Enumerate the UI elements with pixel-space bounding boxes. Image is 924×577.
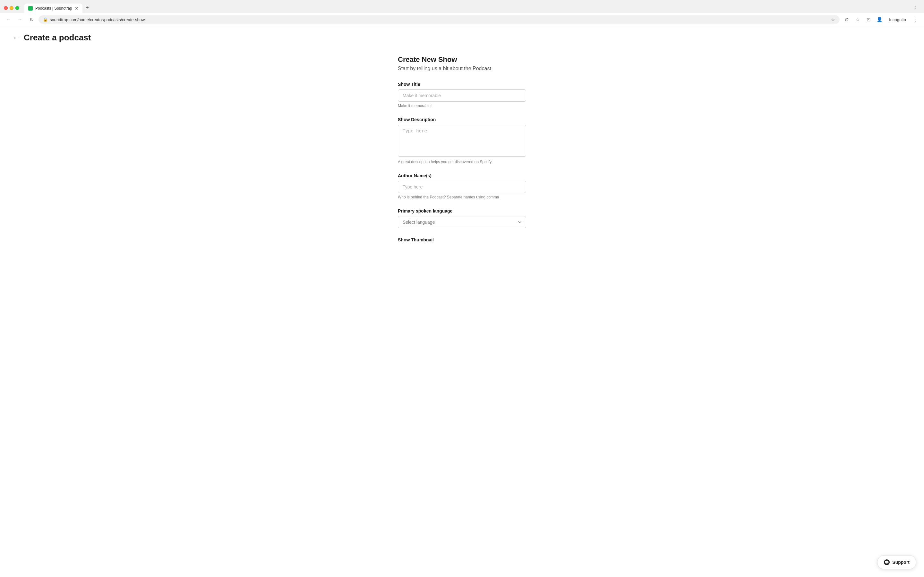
show-title-hint: Make it memorable! xyxy=(398,103,526,108)
support-icon: 💬 xyxy=(884,559,890,565)
chrome-menu-button[interactable]: ⋮ xyxy=(911,15,920,24)
show-title-input[interactable] xyxy=(398,89,526,102)
lock-icon: 🔒 xyxy=(43,17,48,22)
author-names-hint: Who is behind the Podcast? Separate name… xyxy=(398,195,526,199)
tab-close-button[interactable]: ✕ xyxy=(75,6,79,11)
address-bar[interactable]: 🔒 soundtrap.com/home/creator/podcasts/cr… xyxy=(39,15,840,24)
tab-title: Podcasts | Soundtrap xyxy=(35,6,72,11)
show-description-hint: A great description helps you get discov… xyxy=(398,160,526,164)
star-icon[interactable]: ☆ xyxy=(853,15,862,24)
minimize-traffic-light[interactable] xyxy=(10,6,13,10)
primary-language-label: Primary spoken language xyxy=(398,208,526,213)
camera-off-icon[interactable]: ⊘ xyxy=(842,15,851,24)
show-title-label: Show Title xyxy=(398,82,526,87)
form-heading: Create New Show xyxy=(398,55,526,64)
author-names-group: Author Name(s) Who is behind the Podcast… xyxy=(398,173,526,199)
tab-favicon xyxy=(28,6,33,11)
support-label: Support xyxy=(892,560,909,565)
browser-actions: ⊘ ☆ ⊡ 👤 Incognito ⋮ xyxy=(842,15,920,24)
browser-menu-button[interactable]: ⋮ xyxy=(911,3,920,13)
page-content: ← Create a podcast Create New Show Start… xyxy=(0,26,924,258)
page-title: Create a podcast xyxy=(24,33,91,43)
primary-language-group: Primary spoken language Select language … xyxy=(398,208,526,228)
url-text: soundtrap.com/home/creator/podcasts/crea… xyxy=(50,17,829,22)
incognito-button[interactable]: Incognito xyxy=(886,16,909,23)
language-select[interactable]: Select language English Spanish French G… xyxy=(398,216,526,228)
show-thumbnail-label: Show Thumbnail xyxy=(398,237,526,242)
new-tab-button[interactable]: + xyxy=(82,3,92,13)
show-description-input[interactable] xyxy=(398,125,526,157)
back-button[interactable]: ← xyxy=(13,34,20,41)
author-names-input[interactable] xyxy=(398,181,526,193)
active-tab[interactable]: Podcasts | Soundtrap ✕ xyxy=(24,3,82,13)
form-subheading: Start by telling us a bit about the Podc… xyxy=(398,66,526,71)
show-title-group: Show Title Make it memorable! xyxy=(398,82,526,108)
show-description-group: Show Description A great description hel… xyxy=(398,117,526,164)
close-traffic-light[interactable] xyxy=(4,6,8,10)
show-thumbnail-group: Show Thumbnail xyxy=(398,237,526,242)
address-bar-row: ← → ↻ 🔒 soundtrap.com/home/creator/podca… xyxy=(0,13,924,26)
browser-chrome: Podcasts | Soundtrap ✕ + ⋮ ← → ↻ 🔒 sound… xyxy=(0,0,924,26)
support-button[interactable]: 💬 Support xyxy=(877,555,916,569)
page-header: ← Create a podcast xyxy=(13,33,911,43)
incognito-label: Incognito xyxy=(889,17,906,22)
traffic-lights xyxy=(4,6,19,10)
maximize-traffic-light[interactable] xyxy=(15,6,19,10)
tab-bar: Podcasts | Soundtrap ✕ + xyxy=(24,3,92,13)
back-navigation-button[interactable]: ← xyxy=(4,15,13,24)
split-screen-icon[interactable]: ⊡ xyxy=(864,15,873,24)
form-section: Create New Show Start by telling us a bi… xyxy=(398,55,526,242)
author-names-label: Author Name(s) xyxy=(398,173,526,178)
reload-button[interactable]: ↻ xyxy=(27,15,36,24)
forward-navigation-button[interactable]: → xyxy=(15,15,24,24)
profile-icon[interactable]: 👤 xyxy=(875,15,884,24)
show-description-label: Show Description xyxy=(398,117,526,122)
bookmark-icon: ☆ xyxy=(831,17,835,22)
